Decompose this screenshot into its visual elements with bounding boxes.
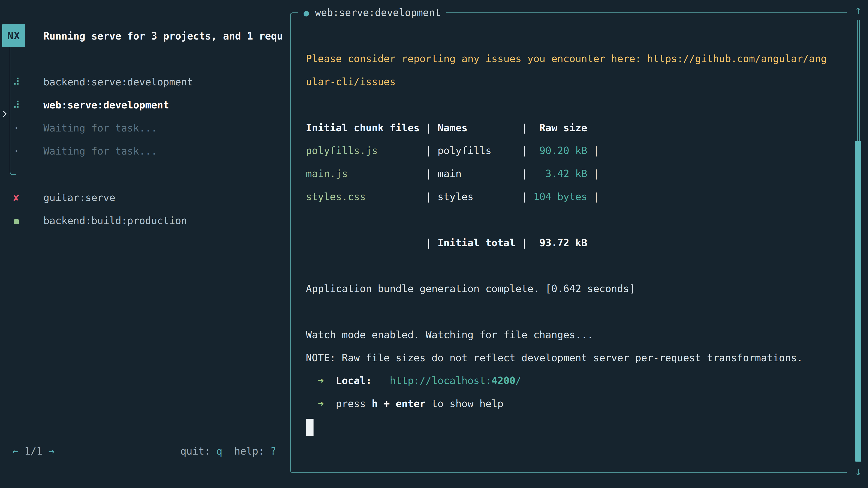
spinner-icon: ⠼ xyxy=(12,70,21,94)
terminal-cursor xyxy=(306,419,313,436)
initial-total-row: | Initial total | 93.72 kB xyxy=(306,231,587,254)
chunk-table-row: styles.css | styles | 104 bytes | xyxy=(306,185,599,208)
scrollbar-thumb[interactable] xyxy=(855,141,861,462)
help-keys: h + enter xyxy=(372,398,426,410)
arrow-icon: ➜ xyxy=(318,398,324,410)
task-label: guitar:serve xyxy=(43,186,115,209)
chunk-table-row: polyfills.js | polyfills | 90.20 kB | xyxy=(306,139,599,162)
task-row-web-serve[interactable]: ⠼ web:serve:development xyxy=(0,94,290,117)
task-row-guitar-serve[interactable]: ✘ guitar:serve xyxy=(0,186,290,209)
quit-key: q xyxy=(216,445,222,457)
task-row-backend-build[interactable]: backend:build:production xyxy=(0,209,290,232)
task-row-backend-serve[interactable]: ⠼ backend:serve:development xyxy=(0,70,290,94)
failed-cross-icon: ✘ xyxy=(12,186,21,209)
watch-mode-message: Watch mode enabled. Watching for file ch… xyxy=(306,323,593,346)
scroll-up-arrow-icon[interactable]: ↑ xyxy=(853,2,864,18)
task-label: backend:serve:development xyxy=(43,70,193,94)
sidebar-title: Running serve for 3 projects, and 1 requ xyxy=(43,25,290,48)
keyboard-hints: quit: q help: ? xyxy=(0,440,276,463)
running-bullet-icon: ● xyxy=(304,8,309,18)
task-label: Waiting for task... xyxy=(43,117,157,140)
spinner-icon: ⠼ xyxy=(12,94,21,117)
local-url-line: ➜ Local: http://localhost:4200/ xyxy=(306,369,522,392)
task-label: Waiting for task... xyxy=(43,140,157,163)
task-row-waiting-1[interactable]: · Waiting for task... xyxy=(0,117,290,140)
warning-line-1: Please consider reporting any issues you… xyxy=(306,47,827,70)
task-row-waiting-2[interactable]: · Waiting for task... xyxy=(0,140,290,163)
scroll-down-arrow-icon[interactable]: ↓ xyxy=(853,463,864,480)
bundle-complete-message: Application bundle generation complete. … xyxy=(306,277,635,300)
pending-dot-icon: · xyxy=(12,117,21,140)
help-key: ? xyxy=(270,445,276,457)
arrow-icon: ➜ xyxy=(318,375,324,386)
quit-hint-label: quit: xyxy=(180,445,216,457)
localhost-port[interactable]: 4200 xyxy=(491,375,515,386)
task-label: web:serve:development xyxy=(43,94,169,117)
panel-header: ● web:serve:development xyxy=(298,2,446,23)
chunk-table-header: Initial chunk files | Names | Raw size xyxy=(306,116,587,139)
help-shortcut-line: ➜ press h + enter to show help xyxy=(306,392,503,415)
note-message: NOTE: Raw file sizes do not reflect deve… xyxy=(306,346,803,369)
success-square-icon xyxy=(12,209,21,232)
local-label: Local: xyxy=(336,375,372,386)
nx-logo: NX xyxy=(2,24,25,47)
panel-title: web:serve:development xyxy=(309,7,441,18)
help-hint-label: help: xyxy=(235,445,270,457)
localhost-link[interactable]: http://localhost: xyxy=(390,375,491,386)
chunk-table-row: main.js | main | 3.42 kB | xyxy=(306,162,599,185)
warning-line-2: ular-cli/issues xyxy=(306,70,396,93)
scrollbar-track[interactable] xyxy=(857,20,860,141)
task-label: backend:build:production xyxy=(43,209,187,232)
pending-dot-icon: · xyxy=(12,140,21,163)
